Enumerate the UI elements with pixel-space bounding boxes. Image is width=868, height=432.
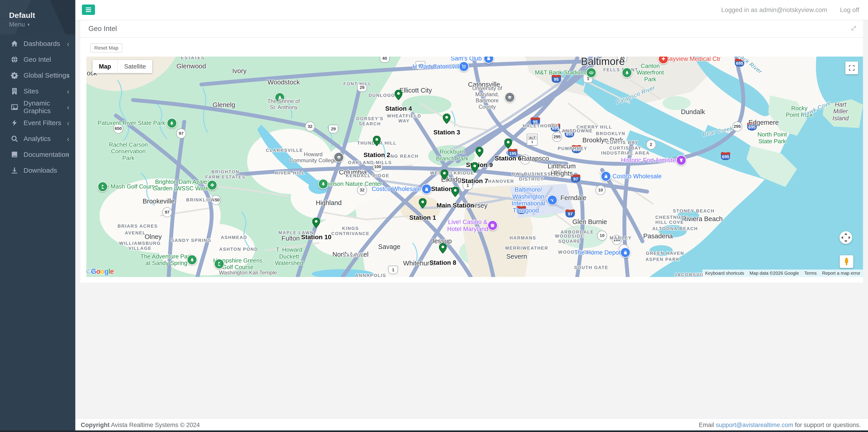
pan-control[interactable] (839, 231, 852, 244)
station-marker-station-2[interactable] (373, 136, 381, 147)
sidebar-item-sites[interactable]: Sites‹ (0, 83, 75, 99)
route-shield-295: 295 (552, 132, 562, 142)
sidebar-item-label: Event Filters (24, 119, 61, 127)
map-place-label: Bear Creek (702, 125, 734, 138)
map-place-label: SOUTH GATE (574, 265, 608, 270)
grad-poi-icon (334, 152, 344, 163)
report-error-link[interactable]: Report a map error (819, 269, 863, 277)
map-place-label: ANNAPOLIS (355, 273, 386, 277)
station-marker-station-8[interactable] (439, 243, 447, 254)
sidebar-item-dynamic-graphics[interactable]: Dynamic Graphics‹ (0, 99, 75, 115)
satellite-tab[interactable]: Satellite (117, 60, 152, 73)
map-place-label: Patuxent River State Park (98, 120, 165, 126)
book-icon (11, 151, 19, 159)
station-marker-station-4[interactable] (395, 90, 402, 101)
sidebar-item-label: Documentation (24, 151, 69, 159)
station-marker-station-9[interactable] (475, 147, 483, 158)
map-place-label: Ellicott City (399, 87, 432, 94)
sidebar: Default Menu▼ Dashboards‹Geo IntelGlobal… (0, 0, 75, 432)
station-marker-station-5[interactable] (440, 170, 448, 180)
station-marker-main-station[interactable] (452, 187, 459, 198)
station-marker-station-6[interactable] (504, 139, 512, 150)
expand-panel-icon[interactable] (850, 25, 857, 33)
map-place-label: BROOKLYN (596, 131, 625, 136)
sidebar-item-downloads[interactable]: Downloads (0, 163, 75, 178)
map-place-label: Sam's Club (451, 57, 482, 62)
sidebar-item-analytics[interactable]: Analytics‹ (0, 131, 75, 147)
topbar: Logged in as admin@riotskyview.com Log o… (75, 0, 868, 20)
support-email-link[interactable]: support@avistarealtime.com (716, 421, 794, 428)
keyboard-shortcuts-link[interactable]: Keyboard shortcuts (703, 269, 747, 277)
stadium-poi-icon (586, 67, 596, 78)
map-place-label: Washington Kali Temple (219, 269, 277, 276)
map-place-label: Ferndale (560, 194, 586, 202)
map-place-label: WOODSIDE SQUARE (555, 234, 584, 244)
station-label: Station 9 (466, 161, 493, 169)
map-place-label: MERRIWEATHER (505, 246, 548, 251)
profile-name: Default (9, 11, 35, 20)
sidebar-item-label: Global Settings (24, 71, 69, 79)
map-canvas[interactable]: BaltimoreGlenwoodIvoryWoodstockGlenelgRo… (86, 57, 863, 277)
sidebar-item-documentation[interactable]: Documentation‹ (0, 147, 75, 163)
map-place-label: Hart Miller Island (829, 101, 852, 122)
profile-menu-dropdown[interactable]: Menu▼ (9, 21, 31, 28)
map-place-label: STONEY BEACH (673, 208, 715, 213)
panel-header: Geo Intel (80, 20, 863, 37)
map-place-label: HANOVER (488, 179, 514, 184)
route-shield-650: 650 (211, 195, 221, 205)
map-place-label: ARBORDALE (560, 229, 594, 235)
sidebar-item-dashboards[interactable]: Dashboards‹ (0, 36, 75, 52)
map-place-label: DORSEY'S SEARCH (356, 116, 383, 126)
map-place-label: ASHTON POND (219, 247, 258, 252)
map-place-label: ASHMEAD (221, 235, 247, 240)
route-shield-95: 95 (516, 205, 527, 214)
route-shield-295: 295 (520, 154, 530, 165)
map-place-label: Whitehurst (403, 259, 434, 267)
sidebar-item-geo-intel[interactable]: Geo Intel (0, 52, 75, 67)
map-place-label: Pasadena (643, 232, 673, 240)
gear-icon (11, 71, 19, 79)
route-shield-97: 97 (176, 128, 186, 139)
sidebar-item-global-settings[interactable]: Global Settings‹ (0, 67, 75, 83)
menu-toggle-button[interactable] (82, 4, 95, 15)
map-data-text: Map data ©2026 Google (747, 269, 802, 277)
map-place-label: ESTATES (181, 57, 205, 60)
map-place-label: HARMANS (509, 235, 536, 240)
map-place-label: CHERRY HILL (577, 124, 612, 129)
route-shield-95: 95 (530, 117, 540, 126)
bag-poi-icon (421, 184, 432, 194)
map-place-label: Howard Community College (289, 151, 337, 163)
map-place-label: WILLIAMSBURG VILLAGE (119, 241, 161, 251)
window-bottom-edge (0, 430, 868, 432)
map-place-label: Woodstock (268, 79, 300, 86)
station-marker-station-7[interactable] (471, 162, 478, 173)
map-place-label: Fulton (282, 234, 300, 242)
station-label: Station 3 (433, 129, 460, 136)
google-logo[interactable]: Google (91, 267, 114, 276)
route-shield-100: 100 (551, 167, 561, 177)
map-place-label: CURTIS BAY INDUSTRIAL AREA (601, 145, 650, 156)
route-shield-1: 1 (388, 266, 398, 274)
pegman-streetview[interactable] (840, 255, 853, 268)
map-place-label: Historic Fort Armistead (621, 157, 683, 164)
map-place-label: MAPLE LAWN (278, 230, 314, 235)
station-marker-station-3[interactable] (443, 114, 451, 125)
station-marker-station-1[interactable] (419, 198, 427, 209)
fullscreen-button[interactable] (845, 62, 858, 74)
map-place-label: Brooklyn Park (582, 137, 623, 144)
log-off-link[interactable]: Log off (840, 6, 859, 13)
sidebar-item-event-filters[interactable]: Event Filters‹ (0, 115, 75, 131)
logged-in-text: Logged in as admin@riotskyview.com (721, 6, 827, 13)
map-place-label: University of Maryland, Baltimore County (472, 85, 502, 110)
terms-link[interactable]: Terms (802, 269, 819, 277)
map-place-label: Olney (145, 233, 162, 240)
map-place-label: WOODS EDGE (558, 250, 595, 255)
map-place-label: CURTIS BAY (606, 140, 638, 145)
station-marker-station-10[interactable] (312, 218, 320, 229)
support-text: Email support@avistarealtime.com for sup… (699, 421, 861, 428)
golf-poi-icon (97, 181, 108, 192)
map-tab[interactable]: Map (93, 60, 117, 73)
sidebar-nav: Dashboards‹Geo IntelGlobal Settings‹Site… (0, 36, 75, 178)
reset-map-button[interactable]: Reset Map (90, 43, 122, 53)
tree-poi-icon (622, 67, 632, 78)
